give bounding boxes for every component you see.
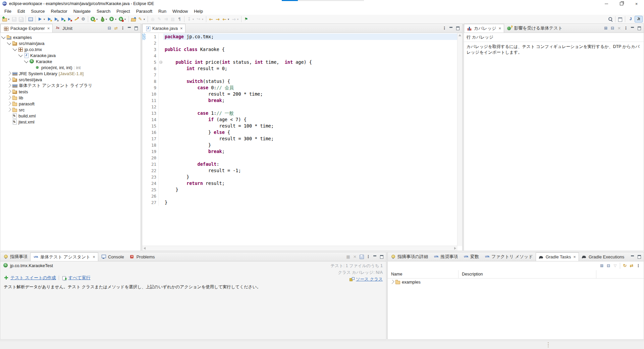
layout-button[interactable]: ▦ [345, 253, 352, 260]
test-params-icon[interactable]: ⚙ [80, 15, 87, 23]
run-recommended-icon[interactable] [53, 15, 60, 23]
coverage-run-icon[interactable]: ▾ [90, 15, 99, 23]
expander-icon[interactable] [24, 59, 29, 63]
mark-occurrences-icon[interactable]: ✎ [156, 15, 163, 23]
tab-problems[interactable]: Problems [127, 252, 158, 261]
tab-package-explorer[interactable]: Package Explorer× [0, 24, 53, 33]
import-trace-icon[interactable]: ↧▾ [186, 15, 195, 23]
dropdown-arrow-icon[interactable]: ▾ [124, 18, 126, 21]
tree-item-src-main-java[interactable]: src/main/java [0, 40, 141, 46]
watch-icon[interactable]: ◎ [149, 15, 156, 23]
close-tab-icon[interactable]: × [47, 26, 50, 31]
expander-icon[interactable] [18, 53, 23, 57]
minimize-button[interactable] [448, 24, 454, 32]
dropdown-arrow-icon[interactable]: ▾ [143, 18, 146, 21]
tab-variables[interactable]: 変数 [461, 252, 482, 261]
dropdown-arrow-icon[interactable]: ▾ [105, 18, 108, 21]
save-all-icon[interactable] [17, 15, 24, 23]
minimize-button[interactable] [629, 253, 636, 260]
close-tab-icon[interactable]: × [180, 26, 183, 31]
tab-unit-test-assistant[interactable]: 単体テスト アシスタント× [30, 252, 98, 261]
test-using-icon[interactable]: ▾ [37, 15, 46, 23]
code-editor[interactable]: 1package jp.co.tmx;23public class Karaok… [142, 33, 462, 251]
tab-affected-unit-tests[interactable]: 影響を受ける単体テスト [504, 24, 565, 33]
tab-recommendations[interactable]: 推奨事項 [431, 252, 461, 261]
maximize-button[interactable] [636, 253, 643, 260]
jtest-perspective-button[interactable] [635, 16, 643, 22]
tab-findings[interactable]: 指摘事項 [0, 252, 30, 261]
dropdown-arrow-icon[interactable]: ▾ [7, 18, 10, 21]
terminate-button[interactable]: × [352, 253, 358, 260]
editor-horizontal-scrollbar[interactable] [142, 246, 458, 251]
tab-karaoke-java[interactable]: Karaoke.java× [142, 24, 185, 33]
expand-all-button[interactable]: ⊞ [602, 24, 609, 32]
expander-icon[interactable] [7, 41, 11, 45]
menu-file[interactable]: File [1, 9, 14, 14]
close-window-button[interactable]: × [629, 0, 644, 7]
save-icon[interactable] [11, 15, 17, 23]
dropdown-arrow-icon[interactable]: ▾ [236, 18, 239, 21]
search-button[interactable] [607, 15, 614, 23]
prev-edit-icon[interactable]: ← [208, 15, 214, 23]
package-explorer-tree[interactable]: examplessrc/main/javajp.co.tmxKaraoke.ja… [0, 33, 141, 251]
tree-item-lib[interactable]: lib [0, 95, 141, 101]
tab-gradle-executions[interactable]: Gradle Executions [579, 252, 627, 261]
tab-coverage[interactable]: カバレッジ× [464, 24, 504, 33]
expander-icon[interactable] [7, 84, 11, 88]
forward-history-icon[interactable]: →▾ [230, 15, 240, 23]
expand-all-button[interactable]: ⊞ [598, 262, 605, 269]
new-wizard-icon[interactable]: ▾ [1, 15, 11, 23]
tab-gradle-tasks[interactable]: Gradle Tasks× [536, 252, 579, 261]
tree-item-karaoke[interactable]: Karaoke [0, 58, 141, 64]
remove-session-button[interactable]: × [616, 24, 623, 32]
run-icon[interactable]: ▾ [108, 15, 118, 23]
view-menu-button[interactable]: ⋮ [623, 24, 629, 32]
open-resource-icon[interactable] [130, 15, 137, 23]
expander-icon[interactable] [7, 96, 11, 100]
dropdown-arrow-icon[interactable]: ▾ [227, 18, 230, 21]
menu-source[interactable]: Source [28, 9, 48, 14]
filter-button[interactable]: ▽ [612, 262, 619, 269]
tree-item-jre-system-library[interactable]: JRE System Library [JavaSE-1.8] [0, 70, 141, 77]
tree-item-src-test-java[interactable]: src/test/java [0, 77, 141, 83]
expander-icon[interactable] [7, 108, 11, 112]
next-edit-icon[interactable]: → [214, 15, 221, 23]
save-report-button[interactable] [358, 253, 365, 260]
run-to-line-icon[interactable]: ↪▾ [195, 15, 205, 23]
close-tab-icon[interactable]: × [93, 254, 95, 259]
run-impacted-icon[interactable] [60, 15, 66, 23]
expander-icon[interactable] [13, 47, 17, 51]
dropdown-arrow-icon[interactable]: ▾ [201, 18, 204, 21]
tab-factory-methods[interactable]: ファクトリ メソッド [482, 252, 535, 261]
test-history-icon[interactable] [46, 15, 53, 23]
run-security-icon[interactable]: ▾ [118, 15, 127, 23]
menu-parasoft[interactable]: Parasoft [133, 9, 155, 14]
java-perspective-button[interactable] [627, 16, 635, 22]
dropdown-arrow-icon[interactable]: ▾ [43, 18, 46, 21]
smart-select-icon[interactable] [73, 15, 80, 23]
tree-item-price-int-int-int-[interactable]: price(int, int, int) : int [0, 64, 141, 70]
expander-icon[interactable] [390, 280, 394, 284]
collapse-all-button[interactable]: ⊟ [106, 24, 113, 32]
source-class-link[interactable]: ソース クラス [356, 276, 383, 283]
menu-refactor[interactable]: Refactor [48, 9, 70, 14]
task-row-examples[interactable]: examples [388, 279, 644, 285]
view-menu-button[interactable]: ⋮ [365, 253, 372, 260]
menu-run[interactable]: Run [155, 9, 169, 14]
maximize-button[interactable] [378, 253, 385, 260]
next-change-icon[interactable]: ⇉ [163, 15, 169, 23]
minimize-button[interactable] [629, 24, 636, 32]
maximize-button[interactable] [454, 24, 461, 32]
close-tab-icon[interactable]: × [573, 254, 576, 259]
scroll-up-icon[interactable] [459, 34, 461, 36]
tree-item-parasoft[interactable]: parasoft [0, 101, 141, 107]
create-test-suite-link[interactable]: テスト スイートの作成 [10, 275, 56, 281]
collapse-all-button[interactable]: ⊟ [609, 24, 616, 32]
menu-window[interactable]: Window [169, 9, 191, 14]
link-with-editor-button[interactable]: ⇄ [113, 24, 119, 32]
pin-view-icon[interactable]: ⚑ [243, 15, 250, 23]
refresh-tasks-button[interactable]: ↻ [622, 262, 628, 269]
expander-icon[interactable] [7, 78, 11, 82]
tab-finding-details[interactable]: 指摘事項の詳細 [388, 252, 431, 261]
view-menu-button[interactable]: ⋮ [635, 262, 642, 269]
